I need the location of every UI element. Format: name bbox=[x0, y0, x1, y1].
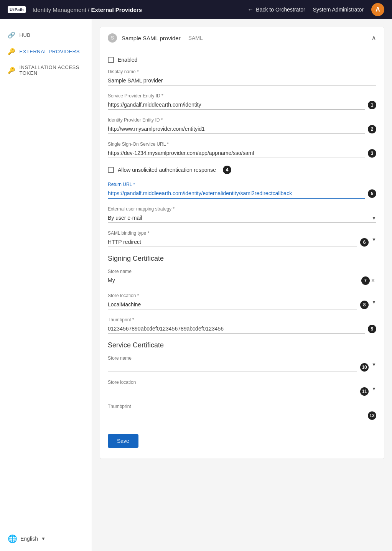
app-header: Ui Path Identity Management / External P… bbox=[0, 0, 392, 19]
saml-binding-input[interactable] bbox=[108, 237, 357, 247]
language-selector[interactable]: 🌐 English ▼ bbox=[8, 534, 46, 543]
return-url-row: 5 bbox=[108, 189, 376, 199]
provider-card: S Sample SAML provider SAML ∧ Enabled Di… bbox=[100, 27, 384, 459]
service-store-name-input[interactable] bbox=[108, 362, 357, 372]
service-store-name-label: Store name bbox=[108, 355, 376, 361]
service-store-location-input[interactable] bbox=[108, 387, 357, 396]
sidebar-item-external-providers[interactable]: 🔑 EXTERNAL PROVIDERS bbox=[0, 43, 92, 60]
service-store-location-chevron-icon: ▼ bbox=[372, 386, 376, 391]
provider-avatar: S bbox=[108, 33, 117, 43]
key-icon-token: 🔑 bbox=[8, 67, 16, 74]
sidebar-item-external-providers-label: EXTERNAL PROVIDERS bbox=[20, 49, 80, 54]
signing-store-location-row: 8 ▼ bbox=[108, 300, 376, 309]
signing-store-name-group: Store name 7 × bbox=[108, 269, 376, 285]
main-content: S Sample SAML provider SAML ∧ Enabled Di… bbox=[92, 19, 392, 551]
mapping-strategy-group: External user mapping strategy ▼ bbox=[108, 206, 376, 223]
provider-name: Sample SAML provider bbox=[122, 35, 181, 41]
mapping-strategy-label: External user mapping strategy bbox=[108, 206, 376, 212]
idp-entity-id-label: Identity Provider Entity ID bbox=[108, 117, 376, 123]
service-store-location-row: 11 ▼ bbox=[108, 387, 376, 396]
signing-store-location-chevron-icon: ▼ bbox=[372, 299, 376, 305]
language-label: English bbox=[20, 536, 38, 542]
logo-path-text: Path bbox=[15, 7, 24, 12]
signing-thumbprint-input[interactable] bbox=[108, 324, 365, 334]
sidebar-item-installation-access-token[interactable]: 🔑 INSTALLATION ACCESS TOKEN bbox=[0, 60, 92, 81]
saml-binding-chevron-icon: ▼ bbox=[372, 237, 376, 242]
service-certificate-title: Service Certificate bbox=[108, 341, 376, 349]
back-to-orchestrator-link[interactable]: ← Back to Orchestrator bbox=[247, 6, 305, 13]
badge-6: 6 bbox=[360, 238, 369, 247]
saml-binding-label: SAML binding type bbox=[108, 230, 376, 236]
sidebar-item-hub-label: HUB bbox=[20, 32, 31, 38]
signing-store-name-row: 7 × bbox=[108, 276, 376, 285]
signing-certificate-title: Signing Certificate bbox=[108, 255, 376, 263]
header-right: ← Back to Orchestrator System Administra… bbox=[247, 3, 384, 16]
allow-unsolicited-label: Allow unsolicited authentication respons… bbox=[118, 167, 216, 173]
badge-5: 5 bbox=[368, 189, 376, 198]
service-store-name-group: Store name 10 ▼ bbox=[108, 355, 376, 372]
signing-store-location-input[interactable] bbox=[108, 300, 357, 309]
display-name-group: Display name bbox=[108, 69, 376, 86]
user-label: System Administrator bbox=[313, 7, 364, 13]
provider-collapse-icon[interactable]: ∧ bbox=[371, 34, 376, 42]
signing-store-name-label: Store name bbox=[108, 269, 376, 274]
header-title: Identity Management / External Providers bbox=[33, 7, 142, 13]
badge-7: 7 bbox=[361, 276, 370, 285]
sidebar-item-hub[interactable]: 🔗 HUB bbox=[0, 27, 92, 43]
sso-url-label: Single Sign-On Service URL bbox=[108, 141, 376, 147]
enabled-checkbox[interactable] bbox=[108, 57, 114, 63]
idp-entity-id-group: Identity Provider Entity ID 2 bbox=[108, 117, 376, 134]
display-name-input[interactable] bbox=[108, 76, 376, 86]
sp-entity-id-input[interactable] bbox=[108, 100, 365, 110]
badge-12: 12 bbox=[368, 411, 376, 420]
return-url-input[interactable] bbox=[108, 189, 365, 199]
save-button[interactable]: Save bbox=[108, 434, 138, 448]
form-body: Enabled Display name Service Provider En… bbox=[100, 49, 384, 459]
service-store-name-chevron-icon: ▼ bbox=[372, 362, 376, 367]
allow-unsolicited-row: Allow unsolicited authentication respons… bbox=[108, 166, 376, 174]
sso-url-group: Single Sign-On Service URL 3 bbox=[108, 141, 376, 158]
badge-11: 11 bbox=[360, 387, 369, 396]
logo-box: Ui Path bbox=[8, 6, 26, 13]
sp-entity-id-label: Service Provider Entity ID bbox=[108, 93, 376, 99]
service-thumbprint-group: Thumbprint 12 bbox=[108, 404, 376, 420]
signing-store-name-input[interactable] bbox=[108, 276, 358, 285]
mapping-strategy-select-wrap: ▼ bbox=[108, 213, 376, 223]
badge-3: 3 bbox=[368, 149, 376, 158]
sp-entity-id-group: Service Provider Entity ID 1 bbox=[108, 93, 376, 110]
user-avatar[interactable]: A bbox=[371, 3, 384, 16]
idp-entity-id-row: 2 bbox=[108, 124, 376, 134]
mapping-strategy-input[interactable] bbox=[108, 213, 376, 223]
header-path-bold: External Providers bbox=[91, 7, 142, 13]
sidebar-item-installation-token-label: INSTALLATION ACCESS TOKEN bbox=[20, 64, 84, 76]
service-thumbprint-label: Thumbprint bbox=[108, 404, 376, 409]
globe-icon: 🌐 bbox=[8, 534, 17, 543]
service-store-name-row: 10 ▼ bbox=[108, 362, 376, 372]
idp-entity-id-input[interactable] bbox=[108, 124, 365, 134]
provider-type: SAML bbox=[188, 35, 203, 41]
badge-10: 10 bbox=[360, 363, 369, 372]
main-layout: 🔗 HUB 🔑 EXTERNAL PROVIDERS 🔑 INSTALLATIO… bbox=[0, 19, 392, 551]
badge-8: 8 bbox=[360, 301, 369, 309]
signing-thumbprint-label: Thumbprint bbox=[108, 317, 376, 322]
signing-thumbprint-row: 9 bbox=[108, 324, 376, 334]
signing-thumbprint-group: Thumbprint 9 bbox=[108, 317, 376, 334]
provider-header: S Sample SAML provider SAML ∧ bbox=[100, 27, 384, 49]
service-thumbprint-row: 12 bbox=[108, 411, 376, 420]
sso-url-row: 3 bbox=[108, 148, 376, 158]
allow-unsolicited-checkbox[interactable] bbox=[108, 167, 114, 173]
key-icon-external: 🔑 bbox=[8, 48, 16, 55]
back-arrow-icon: ← bbox=[247, 6, 254, 13]
service-store-location-group: Store location 11 ▼ bbox=[108, 380, 376, 396]
return-url-label: Return URL bbox=[108, 182, 376, 187]
language-chevron-icon: ▼ bbox=[41, 536, 46, 541]
service-thumbprint-input[interactable] bbox=[108, 411, 365, 420]
user-initial: A bbox=[376, 6, 380, 13]
sidebar: 🔗 HUB 🔑 EXTERNAL PROVIDERS 🔑 INSTALLATIO… bbox=[0, 19, 92, 551]
sso-url-input[interactable] bbox=[108, 148, 365, 158]
badge-9: 9 bbox=[368, 325, 376, 333]
return-url-group: Return URL 5 bbox=[108, 182, 376, 199]
saml-binding-select-wrap: 6 ▼ bbox=[108, 237, 376, 247]
signing-store-name-clear-icon[interactable]: × bbox=[370, 277, 376, 284]
badge-2: 2 bbox=[368, 125, 376, 133]
